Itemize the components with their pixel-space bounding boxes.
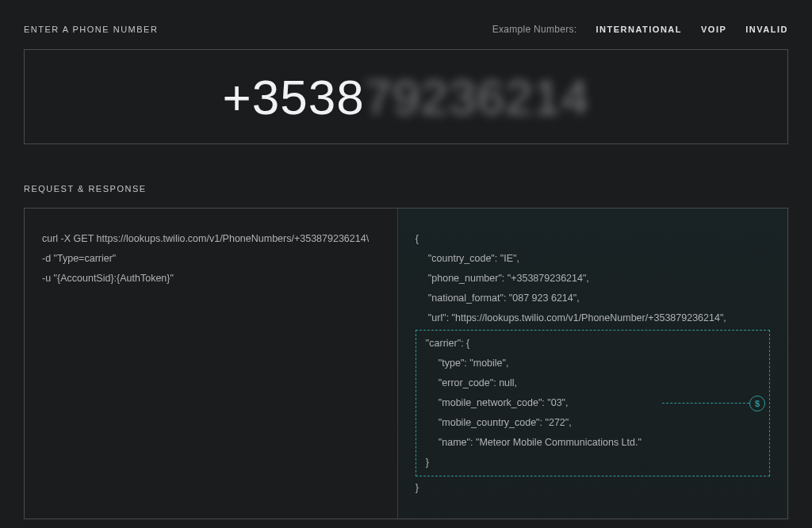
example-invalid-link[interactable]: INVALID xyxy=(745,25,788,34)
enter-phone-label: ENTER A PHONE NUMBER xyxy=(24,25,158,34)
request-response-label: REQUEST & RESPONSE xyxy=(24,184,788,193)
connector-line xyxy=(662,403,749,404)
example-numbers-label: Example Numbers: xyxy=(492,24,577,35)
response-line: } xyxy=(426,453,760,473)
carrier-highlight-block: "carrier": { "type": "mobile", "error_co… xyxy=(416,330,770,476)
request-response-section: REQUEST & RESPONSE curl -X GET https://l… xyxy=(24,184,788,519)
example-voip-link[interactable]: VOIP xyxy=(701,25,726,34)
phone-blur-part: 79236214 xyxy=(365,70,590,124)
request-column: curl -X GET https://lookups.twilio.com/v… xyxy=(25,209,398,518)
response-line: "name": "Meteor Mobile Communications Lt… xyxy=(426,433,760,453)
response-line: } xyxy=(416,478,770,498)
request-line: curl -X GET https://lookups.twilio.com/v… xyxy=(42,229,380,249)
response-line: "error_code": null, xyxy=(426,373,760,393)
response-line: "national_format": "087 923 6214", xyxy=(416,289,770,308)
dollar-icon[interactable]: $ xyxy=(749,396,765,411)
response-line: "type": "mobile", xyxy=(426,354,760,373)
response-line: "phone_number": "+353879236214", xyxy=(416,269,770,289)
response-line: { xyxy=(416,229,770,249)
response-line: "mobile_network_code": "03", xyxy=(426,393,760,413)
phone-display: +353879236214 xyxy=(223,69,590,125)
request-response-box: curl -X GET https://lookups.twilio.com/v… xyxy=(24,208,788,519)
example-international-link[interactable]: INTERNATIONAL xyxy=(596,25,683,34)
request-line: -u "{AccountSid}:{AuthToken}" xyxy=(42,269,380,289)
response-line: "url": "https://lookups.twilio.com/v1/Ph… xyxy=(416,308,770,328)
request-line: -d "Type=carrier" xyxy=(42,249,380,269)
phone-input-box[interactable]: +353879236214 xyxy=(24,49,788,144)
response-line: "carrier": { xyxy=(426,334,760,354)
response-line: "mobile_country_code": "272", xyxy=(426,413,760,433)
example-numbers-row: Example Numbers: INTERNATIONAL VOIP INVA… xyxy=(492,24,788,35)
phone-crisp-part: +3538 xyxy=(223,70,365,124)
phone-input-section: ENTER A PHONE NUMBER Example Numbers: IN… xyxy=(24,24,788,144)
response-line: "country_code": "IE", xyxy=(416,249,770,269)
response-column: { "country_code": "IE", "phone_number": … xyxy=(398,209,787,518)
